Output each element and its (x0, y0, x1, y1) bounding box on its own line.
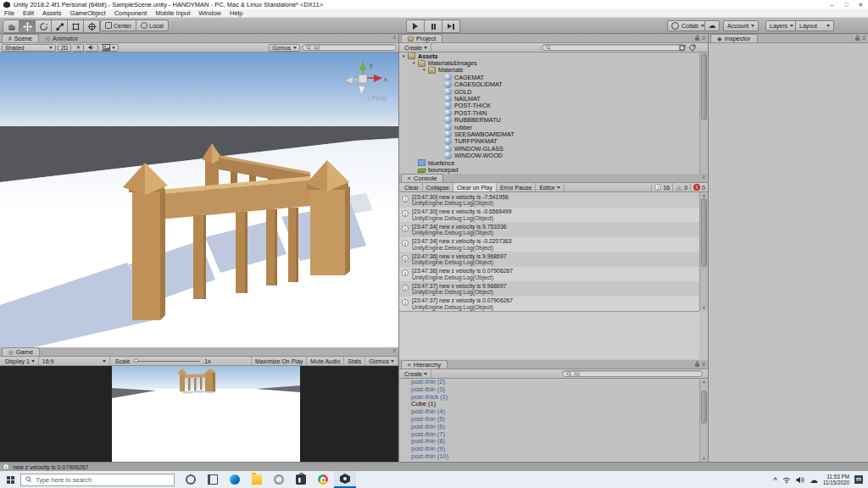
menu-item[interactable]: Mobile Input (155, 9, 190, 17)
unity-status-bar[interactable]: new z velocity is 0.07906267 (0, 462, 868, 471)
project-tree-row[interactable]: GOLD (399, 88, 699, 95)
volume-icon[interactable] (796, 476, 804, 484)
scroll-down-icon[interactable]: ▼ (700, 305, 708, 311)
scene-search-input[interactable]: All (302, 44, 397, 51)
gizmos-dropdown[interactable]: Gizmos (269, 44, 300, 52)
info-count-toggle[interactable]: 16 (651, 183, 672, 191)
menu-item[interactable]: Edit (23, 9, 34, 17)
hierarchy-scrollbar[interactable]: ▲ ▼ (699, 379, 708, 462)
panel-menu-icon[interactable]: ≡ (702, 36, 705, 41)
scrollbar-thumb[interactable] (701, 198, 707, 267)
pivot-toggle-button[interactable]: Center (100, 19, 136, 31)
tab-game[interactable]: ◎ Game (2, 347, 40, 356)
taskbar-clock[interactable]: 11:53 PM 11/15/2020 (823, 474, 849, 485)
menu-item[interactable]: Assets (42, 9, 62, 17)
close-button[interactable]: ✕ (854, 0, 868, 9)
file-explorer-button[interactable] (246, 471, 268, 488)
rect-tool-button[interactable] (68, 19, 84, 33)
onedrive-icon[interactable]: ☁ (810, 476, 818, 484)
scene-viewport[interactable]: y x < Persp (0, 53, 398, 347)
project-tree-row[interactable]: POST-THICK (399, 103, 699, 109)
console-log-entry[interactable]: [23:47:37] new x velocity is 9.968697 Un… (399, 281, 699, 297)
space-toggle-button[interactable]: Local (136, 19, 169, 31)
scroll-up-icon[interactable]: ▲ (700, 192, 708, 198)
scrollbar-thumb[interactable] (701, 53, 707, 120)
play-button[interactable] (406, 19, 425, 33)
scale-tool-button[interactable] (52, 19, 68, 33)
console-log-entry[interactable]: [23:47:34] new x velocity is 9.753336 Un… (399, 222, 699, 237)
warning-count-toggle[interactable]: 0 (672, 183, 690, 191)
action-center-icon[interactable] (854, 475, 863, 484)
menu-item[interactable]: File (4, 9, 14, 17)
lock-icon[interactable] (695, 363, 699, 367)
game-gizmos-dropdown[interactable]: Gizmos (365, 357, 398, 365)
editor-dropdown[interactable]: Editor (536, 183, 564, 191)
tab-inspector[interactable]: ◉ Inspector (710, 34, 758, 42)
persp-label[interactable]: < Persp (367, 95, 387, 101)
foldout-icon[interactable]: ▼ (422, 68, 428, 72)
layout-dropdown[interactable]: Layout (795, 20, 834, 31)
layers-dropdown[interactable]: Layers (765, 20, 798, 31)
move-tool-button[interactable] (19, 19, 36, 33)
2d-toggle[interactable]: 2D (58, 44, 71, 52)
foldout-icon[interactable]: ▼ (402, 54, 408, 58)
menu-item[interactable]: Component (114, 9, 147, 17)
effects-dropdown[interactable] (100, 44, 119, 52)
scrollbar-thumb[interactable] (701, 391, 707, 424)
project-tree-row[interactable]: POST-THIN (399, 109, 699, 116)
project-tree-row[interactable]: WINDOW-GLASS (399, 145, 699, 152)
tray-chevron-icon[interactable]: ^ (773, 476, 777, 484)
tab-project[interactable]: Project (401, 34, 442, 42)
project-tree-row[interactable]: rubber (399, 124, 699, 130)
error-pause-toggle[interactable]: Error Pause (497, 183, 536, 191)
scale-slider-thumb[interactable] (134, 358, 138, 363)
clear-on-play-toggle[interactable]: Clear on Play (453, 183, 497, 191)
console-log-entry[interactable]: [23:47:30] new x velocity is -7.541956 U… (399, 192, 699, 208)
tab-console[interactable]: ≡ Console (401, 174, 443, 182)
collapse-toggle[interactable]: Collapse (423, 183, 453, 191)
lighting-toggle[interactable]: ☀ (73, 44, 84, 52)
hierarchy-item[interactable]: post-thick (1) (399, 394, 699, 402)
task-view-button[interactable] (202, 471, 224, 488)
project-search-input[interactable] (542, 44, 686, 51)
display-dropdown[interactable]: Display 1 (2, 357, 39, 365)
panel-menu-icon[interactable]: ≡ (392, 35, 396, 40)
tab-scene[interactable]: # Scene (2, 34, 39, 42)
menu-item[interactable]: Help (230, 9, 242, 17)
console-log-entry[interactable]: [23:47:30] new z velocity is -0.6566499 … (399, 208, 699, 223)
project-tree-row[interactable]: SEESAWBOARDMAT (399, 130, 699, 137)
game-viewport[interactable] (0, 366, 398, 462)
store-button[interactable] (290, 471, 312, 488)
pause-button[interactable] (425, 19, 442, 33)
shading-mode-dropdown[interactable]: Shaded (2, 44, 56, 52)
menu-item[interactable]: GameObject (70, 9, 106, 17)
minimize-button[interactable]: – (825, 0, 839, 9)
clear-button[interactable]: Clear (401, 183, 423, 191)
account-dropdown[interactable]: Account (723, 20, 759, 31)
start-button[interactable] (0, 471, 20, 488)
tab-animator[interactable]: ◇ Animator (39, 34, 85, 42)
edge-button[interactable] (224, 471, 246, 488)
error-count-toggle[interactable]: 0 (690, 183, 708, 191)
console-scrollbar[interactable]: ▲ ▼ (699, 192, 708, 311)
menu-item[interactable]: Window (198, 9, 221, 17)
search-by-type-icon[interactable] (679, 44, 687, 52)
wifi-icon[interactable] (782, 476, 791, 484)
audio-toggle[interactable] (86, 44, 98, 52)
rotate-tool-button[interactable] (36, 19, 52, 33)
project-tree-row[interactable]: RUBBBERMATU (399, 117, 699, 124)
app-button[interactable] (268, 471, 290, 488)
unity-taskbar-button[interactable] (334, 471, 356, 488)
project-tree-row[interactable]: NAILMAT (399, 95, 699, 102)
collab-button[interactable]: Collab (667, 20, 709, 31)
step-button[interactable] (442, 19, 460, 33)
scale-slider[interactable] (134, 361, 200, 362)
project-tree-row[interactable]: bouncepad (399, 166, 699, 173)
foldout-icon[interactable]: ▼ (412, 61, 418, 65)
cortana-button[interactable] (180, 471, 202, 488)
console-log-entry[interactable]: [23:47:36] new z velocity is 0.07906267 … (399, 267, 699, 282)
project-tree-row[interactable]: CAGEMAT (399, 74, 699, 80)
scene-axis-gizmo[interactable]: y x (339, 56, 392, 98)
project-tree-row[interactable]: ▼ Materials (399, 67, 699, 74)
maximize-on-play-toggle[interactable]: Maximize On Play (251, 357, 307, 365)
